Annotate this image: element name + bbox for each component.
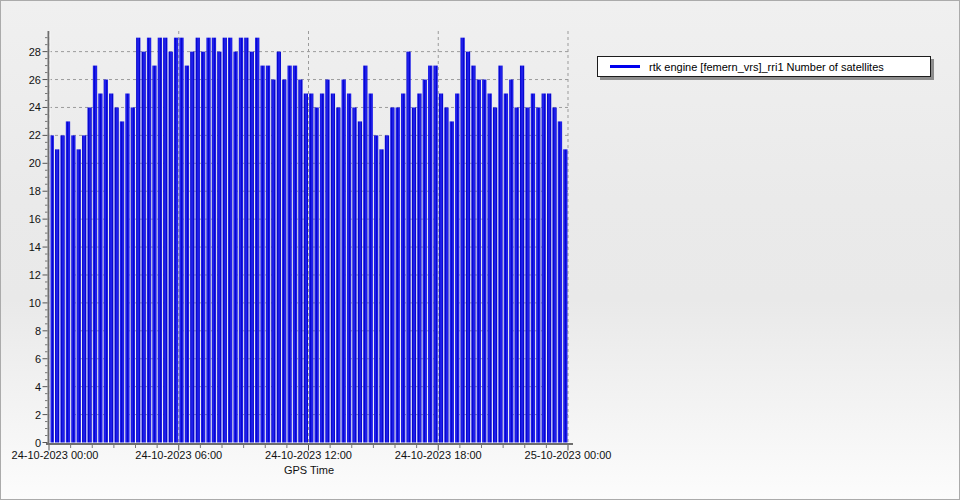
data-bar: [396, 107, 400, 442]
y-tick-label: 16: [7, 213, 41, 225]
data-bar: [444, 107, 448, 442]
data-bar: [260, 66, 264, 443]
data-bar: [120, 121, 124, 442]
x-tick-label: 24-10-2023 06:00: [135, 449, 222, 461]
data-bar: [417, 94, 421, 443]
data-bar: [309, 94, 313, 443]
data-bar: [158, 38, 162, 443]
data-bar: [255, 38, 259, 443]
data-bar: [498, 66, 502, 443]
data-bar: [331, 94, 335, 443]
data-bar: [201, 52, 205, 443]
data-bar: [542, 94, 546, 443]
chart-window: 0246810121416182022242628 24-10-2023 00:…: [0, 0, 960, 500]
data-bar: [266, 66, 270, 443]
y-tick-label: 12: [7, 269, 41, 281]
data-bar: [82, 135, 86, 442]
data-bar: [401, 94, 405, 443]
x-tick-label: 25-10-2023 00:00: [525, 449, 612, 461]
y-tick-label: 20: [7, 157, 41, 169]
data-bar: [406, 52, 410, 443]
data-bar: [488, 94, 492, 443]
y-tick-label: 10: [7, 297, 41, 309]
data-bar: [277, 52, 281, 443]
data-bar: [433, 66, 437, 443]
legend-box[interactable]: rtk engine [femern_vrs]_rri1 Number of s…: [597, 56, 931, 77]
data-bar: [412, 107, 416, 442]
data-bar: [104, 80, 108, 443]
data-bar: [174, 38, 178, 443]
legend-series-label: rtk engine [femern_vrs]_rri1 Number of s…: [649, 61, 884, 73]
data-bar: [114, 107, 118, 442]
data-bar: [282, 80, 286, 443]
data-bar: [558, 121, 562, 442]
data-bar: [455, 94, 459, 443]
data-bar: [477, 80, 481, 443]
data-bar: [223, 38, 227, 443]
data-bar: [563, 149, 567, 442]
data-bar: [315, 107, 319, 442]
data-bar: [142, 52, 146, 443]
data-bar: [71, 135, 75, 442]
data-bar: [520, 66, 524, 443]
x-tick-label: 24-10-2023 12:00: [265, 449, 352, 461]
data-bar: [342, 80, 346, 443]
data-bar: [136, 38, 140, 443]
data-bar: [179, 38, 183, 443]
data-bar: [163, 38, 167, 443]
data-bar: [525, 107, 529, 442]
data-bar: [450, 121, 454, 442]
data-bar: [358, 121, 362, 442]
data-bar: [325, 80, 329, 443]
data-bar: [55, 149, 59, 442]
data-bar: [185, 66, 189, 443]
data-bar: [271, 80, 275, 443]
data-bar: [504, 94, 508, 443]
x-tick-label: 24-10-2023 00:00: [12, 449, 99, 461]
data-bar: [482, 80, 486, 443]
data-bar: [77, 149, 81, 442]
data-bar: [87, 107, 91, 442]
data-bar: [347, 94, 351, 443]
data-bar: [304, 94, 308, 443]
y-tick-label: 28: [7, 46, 41, 58]
y-tick-label: 26: [7, 74, 41, 86]
y-tick-label: 4: [7, 381, 41, 393]
data-bar: [152, 66, 156, 443]
data-bar: [239, 38, 243, 443]
data-bar: [423, 80, 427, 443]
data-bar: [439, 94, 443, 443]
data-bar: [531, 94, 535, 443]
data-bar: [536, 107, 540, 442]
data-bar: [471, 66, 475, 443]
y-tick-label: 8: [7, 325, 41, 337]
data-bar: [379, 149, 383, 442]
data-bar: [93, 66, 97, 443]
data-bar: [125, 94, 129, 443]
data-bar: [509, 80, 513, 443]
data-bar: [228, 38, 232, 443]
y-tick-label: 14: [7, 241, 41, 253]
data-bar: [190, 52, 194, 443]
data-bar: [244, 38, 248, 443]
data-bar: [552, 107, 556, 442]
data-bar: [385, 135, 389, 442]
y-tick-label: 0: [7, 437, 41, 449]
data-bar: [363, 66, 367, 443]
data-bar: [298, 80, 302, 443]
x-axis-title: GPS Time: [284, 464, 334, 476]
y-tick-label: 2: [7, 409, 41, 421]
data-bar: [515, 107, 519, 442]
data-bar: [428, 66, 432, 443]
data-bar: [66, 121, 70, 442]
data-bar: [60, 135, 64, 442]
data-bar: [250, 52, 254, 443]
data-bar: [206, 38, 210, 443]
y-tick-label: 6: [7, 353, 41, 365]
data-bar: [374, 135, 378, 442]
data-bar: [196, 38, 200, 443]
data-bar: [131, 107, 135, 442]
data-bar: [98, 94, 102, 443]
data-bar: [369, 94, 373, 443]
x-tick-label: 24-10-2023 18:00: [395, 449, 482, 461]
